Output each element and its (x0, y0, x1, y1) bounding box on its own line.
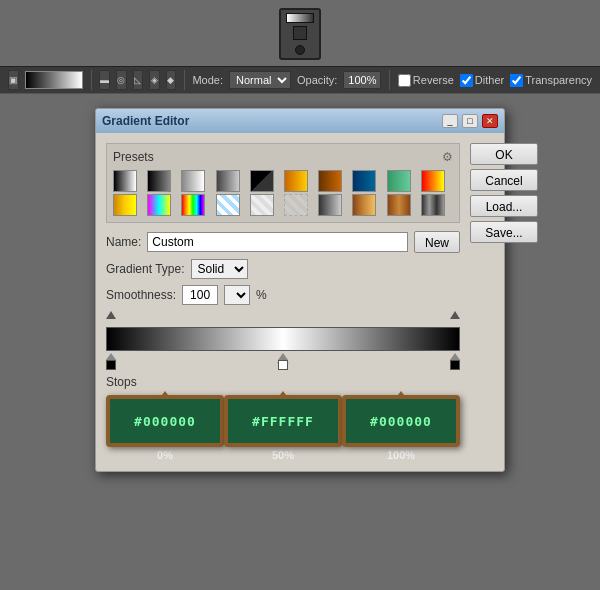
stop-arrow-mid (278, 353, 288, 360)
preset-4[interactable] (216, 170, 240, 192)
dialog-body: Presets ⚙ (96, 133, 504, 471)
preset-18[interactable] (352, 194, 376, 216)
gradient-bar[interactable] (106, 327, 460, 351)
color-stop-box-2: #000000 100% (342, 395, 460, 461)
preset-20[interactable] (421, 194, 445, 216)
reflected-gradient-btn[interactable]: ◈ (149, 70, 159, 90)
preset-13[interactable] (181, 194, 205, 216)
reverse-checkbox[interactable] (398, 74, 411, 87)
opacity-stops-row (106, 311, 460, 325)
name-input[interactable] (147, 232, 408, 252)
presets-header: Presets ⚙ (113, 150, 453, 164)
color-stop-mid[interactable] (278, 353, 288, 371)
preset-1[interactable] (113, 170, 137, 192)
load-button[interactable]: Load... (470, 195, 538, 217)
droplet-icon (295, 45, 305, 55)
preset-3[interactable] (181, 170, 205, 192)
color-stop-right[interactable] (450, 353, 460, 371)
tool-options-btn[interactable]: ▣ (8, 70, 19, 90)
opacity-stop-left[interactable] (106, 311, 116, 323)
preset-2[interactable] (147, 170, 171, 192)
opacity-input[interactable] (343, 71, 381, 89)
minimize-button[interactable]: _ (442, 114, 458, 128)
foreground-icon (293, 26, 307, 40)
gradient-tool-icon[interactable] (279, 8, 321, 60)
stop-color-mid (278, 360, 288, 370)
mode-select[interactable]: Normal (229, 71, 291, 89)
tool-icon-area (0, 0, 600, 66)
name-label: Name: (106, 235, 141, 249)
presets-label: Presets (113, 150, 154, 164)
stop-arrow-right (450, 353, 460, 360)
radial-gradient-btn[interactable]: ◎ (116, 70, 126, 90)
gradient-type-select[interactable]: Solid Noise (191, 259, 248, 279)
dialog-left-panel: Presets ⚙ (106, 143, 460, 461)
dither-check[interactable]: Dither (460, 74, 504, 87)
preset-10[interactable] (421, 170, 445, 192)
save-button[interactable]: Save... (470, 221, 538, 243)
preset-15[interactable] (250, 194, 274, 216)
stop-color-left (106, 360, 116, 370)
stops-label: Stops (106, 375, 137, 389)
color-stop-left[interactable] (106, 353, 116, 371)
preset-9[interactable] (387, 170, 411, 192)
presets-grid (113, 170, 453, 216)
ps-toolbar: ▣ ▬ ◎ ◺ ◈ ◆ Mode: Normal Opacity: Revers… (0, 66, 600, 94)
dialog-controls: _ □ ✕ (442, 114, 498, 128)
preset-6[interactable] (284, 170, 308, 192)
color-board-text-0: #000000 (134, 414, 196, 429)
color-board-text-1: #FFFFFF (252, 414, 314, 429)
preset-11[interactable] (113, 194, 137, 216)
color-board-2[interactable]: #000000 (342, 395, 460, 447)
new-button[interactable]: New (414, 231, 460, 253)
preset-14[interactable] (216, 194, 240, 216)
opacity-stop-right[interactable] (450, 311, 460, 323)
color-stop-box-1: #FFFFFF 50% (224, 395, 342, 461)
dialog-titlebar: Gradient Editor _ □ ✕ (96, 109, 504, 133)
presets-section: Presets ⚙ (106, 143, 460, 223)
smoothness-input[interactable] (182, 285, 218, 305)
stop-color-right (450, 360, 460, 370)
preset-7[interactable] (318, 170, 342, 192)
smoothness-label: Smoothness: (106, 288, 176, 302)
color-percent-1: 50% (272, 449, 294, 461)
transparency-checkbox[interactable] (510, 74, 523, 87)
transparency-check[interactable]: Transparency (510, 74, 592, 87)
color-percent-2: 100% (387, 449, 415, 461)
gradient-type-label: Gradient Type: (106, 262, 185, 276)
color-stop-tooltips: #000000 0% #FFFFFF 50% #000000 100% (106, 395, 460, 461)
color-stop-box-0: #000000 0% (106, 395, 224, 461)
reverse-check[interactable]: Reverse (398, 74, 454, 87)
cancel-button[interactable]: Cancel (470, 169, 538, 191)
diamond-gradient-btn[interactable]: ◆ (166, 70, 176, 90)
color-board-text-2: #000000 (370, 414, 432, 429)
dither-checkbox[interactable] (460, 74, 473, 87)
dialog-title: Gradient Editor (102, 114, 189, 128)
gradient-editor-dialog: Gradient Editor _ □ ✕ Presets ⚙ (95, 108, 505, 472)
color-percent-0: 0% (157, 449, 173, 461)
toolbar-gradient-preview[interactable] (25, 71, 83, 89)
gear-icon[interactable]: ⚙ (442, 150, 453, 164)
maximize-button[interactable]: □ (462, 114, 478, 128)
close-button[interactable]: ✕ (482, 114, 498, 128)
gradient-type-row: Gradient Type: Solid Noise (106, 259, 460, 279)
color-stops-row (106, 353, 460, 375)
preset-5[interactable] (250, 170, 274, 192)
preset-19[interactable] (387, 194, 411, 216)
gradient-bar-icon (286, 13, 314, 23)
smoothness-unit-select[interactable]: ▾ (224, 285, 250, 305)
preset-16[interactable] (284, 194, 308, 216)
color-board-1[interactable]: #FFFFFF (224, 395, 342, 447)
reverse-label: Reverse (413, 74, 454, 86)
name-row: Name: New (106, 231, 460, 253)
linear-gradient-btn[interactable]: ▬ (99, 70, 110, 90)
preset-8[interactable] (352, 170, 376, 192)
mode-label: Mode: (192, 74, 223, 86)
ok-button[interactable]: OK (470, 143, 538, 165)
gradient-preview-section: Stops (106, 311, 460, 389)
angle-gradient-btn[interactable]: ◺ (133, 70, 143, 90)
color-board-0[interactable]: #000000 (106, 395, 224, 447)
smoothness-unit: % (256, 288, 267, 302)
preset-17[interactable] (318, 194, 342, 216)
preset-12[interactable] (147, 194, 171, 216)
